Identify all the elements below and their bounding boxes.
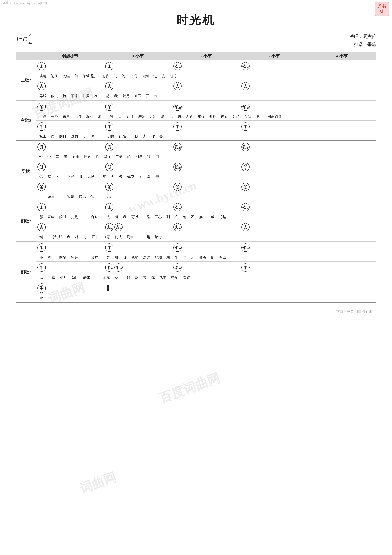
- ch1-c2-weak: ④: [36, 221, 104, 233]
- ch2-lyric2: 忆 在 小叮 当口 袋里 一 起荡 秋 千的 默 契 在 风: [36, 274, 376, 281]
- time-signature: 4 4: [29, 33, 32, 46]
- chord-3: ③: [37, 163, 46, 171]
- chord-5: ⑤: [241, 183, 249, 191]
- chorus2-lyric-row3: 蜜: [16, 295, 376, 303]
- lyric-line: 忆 在 小叮 当口 袋里 一 起荡 秋 千的 默 契 在 风: [38, 274, 374, 281]
- chord-4: ④: [37, 223, 46, 231]
- arranger: 打谱：果冻: [350, 41, 376, 48]
- chord-6m: ⑥m: [241, 243, 249, 252]
- ch1-c2-m2: ②m: [172, 221, 240, 233]
- chord-5: ⑤: [173, 82, 182, 90]
- key-time: 1=C 4 4: [16, 33, 32, 46]
- section-header-row: 弱起小节 1 小节 2 小节 3 小节 4 小节: [16, 52, 376, 60]
- site-url: 本曲谱源自 www.bycd.cn 词曲网: [3, 1, 47, 5]
- verse2-lyric-row1: 一路 有些 乘着 活总 溜滑 来不 梯 及 我们 说好 走到 底 以: [16, 113, 376, 120]
- v2-c2-m4: [308, 120, 376, 132]
- chord-1: ①: [37, 203, 46, 211]
- footer-site: 词曲网: [366, 309, 376, 314]
- ch1-c2-m3: ⑤: [240, 221, 308, 233]
- v2-c1-weak: ①: [36, 101, 104, 113]
- chorus1-lyric-row1: 那 童年 的时 光是 一 台时 光 机 我 可以 一路 开心: [16, 213, 376, 221]
- key: 1=C: [16, 36, 27, 43]
- br-c3-weak: ④: [36, 181, 104, 193]
- lyric-line: 墙角 迎风 的雏 菊 茉莉花开 的香 气 闭 上眼 回到 过 去 划分: [38, 73, 374, 80]
- chord-4: ④: [37, 123, 46, 131]
- header-m4: 4 小节: [308, 52, 376, 60]
- v2-lyric2: 板上 而 的日 过的 期 你 倒数 已经 找 离 你 去: [36, 132, 376, 140]
- br-lyric2: 铅 笔 画得 很仔 细 素描 那年 天 气 蝉鸣 的 夏 季: [36, 173, 376, 181]
- lyric-line: yeah 我想 遇见 你 yeah: [38, 194, 374, 200]
- br-c3-m2: ⑤: [172, 181, 240, 193]
- chord-6m: ⑥m: [114, 223, 123, 231]
- bridge-chord-row2: ③ ③ ⑥m ⑤: [16, 161, 376, 173]
- br-c1-weak: ③: [36, 141, 104, 153]
- lyric-line: 那 童年 的希 望是 一 台时 光 机 你 我翻 滚过 的糊: [38, 254, 374, 261]
- bridge-label: 桥段: [16, 141, 36, 201]
- chord-3m: ③m: [105, 223, 114, 231]
- chord-6m: ⑥m: [241, 143, 249, 151]
- performer: 演唱：周杰伦: [350, 33, 376, 41]
- chord-1over1: ① ①: [37, 283, 46, 293]
- chord-3: ③: [105, 143, 114, 151]
- chord-1: ①: [37, 243, 46, 252]
- chord-3: ③: [105, 163, 114, 171]
- bridge-lyric-row3: yeah 我想 遇见 你 yeah: [16, 193, 376, 201]
- chord-6m: ⑥m: [173, 163, 182, 171]
- br-c3-m1: ④: [104, 181, 172, 193]
- br-c2-m4: [308, 161, 376, 173]
- ch2-c3-m2: [172, 281, 240, 295]
- chord-6m: ⑥m: [114, 263, 123, 272]
- ch1-lyric2: 蜓 穿过那 森 林 打 开了 任意 门找 到你 一 起 旅行: [36, 233, 376, 241]
- v1-c1-m4: [308, 60, 376, 72]
- br-lyric1: 慢 慢 清 渐 原来 思念 你 是加 了糖 的 消息 我 用: [36, 153, 376, 161]
- verse1-chord-row2: ④ ④ ⑤ ⑤: [16, 80, 376, 92]
- verse1-label: 主歌1: [16, 60, 36, 100]
- ch1-c1-weak: ①: [36, 201, 104, 213]
- chord-1: ①: [37, 62, 46, 70]
- chord-3: ③: [37, 143, 46, 151]
- verse1-lyric-row2: 界线 的桌 椅 下课 却罗 在一 起 我 就是 离不 开 你: [16, 92, 376, 100]
- v1-c2-weak: ④: [36, 80, 104, 92]
- chord-6m: ⑥m: [173, 102, 182, 111]
- chord-5: ⑤: [105, 123, 114, 131]
- br-lyric3: yeah 我想 遇见 你 yeah: [36, 193, 376, 201]
- ch2-c3-m1: ‖: [104, 281, 172, 295]
- chorus2-chord-row1: 副歌2 ① ① ⑥m ⑥: [16, 241, 376, 254]
- chord-6m: ⑥m: [173, 203, 182, 211]
- v1-c2-m4: [308, 80, 376, 92]
- header-m3: 3 小节: [240, 52, 308, 60]
- br-c2-weak: ③: [36, 161, 104, 173]
- chorus2-chord-row3: ① ① ‖: [16, 281, 376, 295]
- ch1-c1-m2: ⑥m: [172, 201, 240, 213]
- verse2-lyric-row2: 板上 而 的日 过的 期 你 倒数 已经 找 离 你 去: [16, 132, 376, 140]
- footer: 本曲谱源自 词曲网 词曲网: [16, 309, 376, 314]
- ch1-c1-m1: ①: [104, 201, 172, 213]
- chord-1: ①: [173, 123, 182, 131]
- chord-4: ④: [105, 82, 114, 90]
- bridge-chord-row3: ④ ④ ⑤ ⑤: [16, 181, 376, 193]
- ch2-c1-weak: ①: [36, 241, 104, 254]
- lyric-line: 蜜: [38, 296, 374, 302]
- chord-1: ①: [105, 62, 114, 70]
- ch2-c3-weak: ① ①: [36, 281, 104, 295]
- v1-c1-m2: ⑥m: [172, 60, 240, 72]
- chord-6m: ⑥m: [241, 203, 249, 211]
- header-m2: 2 小节: [172, 52, 240, 60]
- br-c3-m3: ⑤: [240, 181, 308, 193]
- ch1-c2-m4: [308, 221, 376, 233]
- lyric-line: 铅 笔 画得 很仔 细 素描 那年 天 气 蝉鸣 的 夏 季: [38, 174, 374, 180]
- br-c2-m1: ③: [104, 161, 172, 173]
- lyric-line: 界线 的桌 椅 下课 却罗 在一 起 我 就是 离不 开 你: [38, 93, 374, 99]
- chord-6m: ⑥m: [173, 62, 182, 70]
- v1-lyric2: 界线 的桌 椅 下课 却罗 在一 起 我 就是 离不 开 你: [36, 92, 376, 100]
- ch1-lyric1: 那 童年 的时 光是 一 台时 光 机 我 可以 一路 开心: [36, 213, 376, 221]
- watermark4: 百度词曲网: [157, 369, 222, 407]
- version-badge: 弹唱 版: [375, 2, 389, 16]
- ch2-c2-m1: ③m ⑥m: [104, 261, 172, 274]
- lyric-line: 板上 而 的日 过的 期 你 倒数 已经 找 离 你 去: [38, 133, 374, 140]
- br-c1-m2: ⑥m: [172, 141, 240, 153]
- ch2-c1-m1: ①: [104, 241, 172, 254]
- ch1-c1-m4: [308, 201, 376, 213]
- chorus2-label: 副歌2: [16, 241, 36, 303]
- v1-c2-m2: ⑤: [172, 80, 240, 92]
